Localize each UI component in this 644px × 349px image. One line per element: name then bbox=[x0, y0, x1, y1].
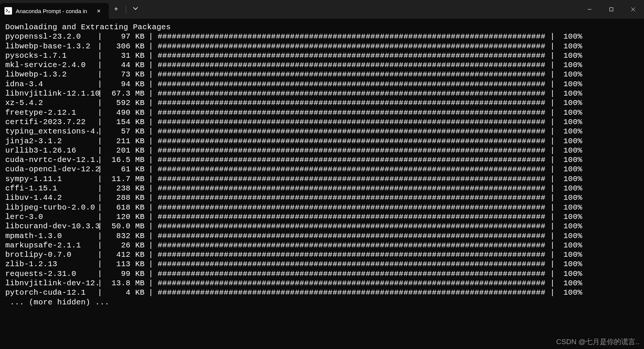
tab-anaconda-prompt[interactable]: Anaconda Prompt - conda in ✕ bbox=[0, 3, 109, 19]
progress-percent: 100% bbox=[559, 32, 582, 41]
package-name: sympy-1.11.1 bbox=[5, 174, 98, 184]
separator: | bbox=[545, 288, 559, 297]
separator: | bbox=[144, 32, 158, 41]
progress-bar: ########################################… bbox=[158, 108, 545, 117]
separator: | bbox=[98, 212, 107, 222]
package-name: urllib3-1.26.16 bbox=[5, 146, 98, 155]
package-row: libjpeg-turbo-2.0.0 | 618 KB | #########… bbox=[5, 203, 639, 212]
separator: | bbox=[98, 51, 107, 60]
terminal-output[interactable]: Downloading and Extracting Packages pyop… bbox=[0, 19, 644, 311]
minimize-button[interactable] bbox=[579, 0, 600, 19]
package-size: 13.8 MB bbox=[107, 279, 144, 288]
package-name: libjpeg-turbo-2.0.0 bbox=[5, 203, 98, 212]
progress-bar: ########################################… bbox=[158, 288, 545, 297]
progress-percent: 100% bbox=[559, 51, 582, 60]
package-name: xz-5.4.2 bbox=[5, 98, 98, 108]
progress-percent: 100% bbox=[559, 155, 582, 165]
package-size: 4 KB bbox=[107, 288, 144, 297]
progress-percent: 100% bbox=[559, 146, 582, 155]
separator: | bbox=[144, 203, 158, 212]
separator: | bbox=[545, 279, 559, 288]
tab-title: Anaconda Prompt - conda in bbox=[16, 8, 92, 14]
package-name: libuv-1.44.2 bbox=[5, 193, 98, 202]
package-size: 306 KB bbox=[107, 42, 144, 51]
package-name: cuda-opencl-dev-12.2 bbox=[5, 165, 98, 174]
progress-percent: 100% bbox=[559, 89, 582, 98]
separator: | bbox=[545, 146, 559, 155]
package-size: 832 KB bbox=[107, 231, 144, 241]
separator: | bbox=[545, 259, 559, 269]
package-row: zlib-1.2.13 | 113 KB | #################… bbox=[5, 259, 639, 269]
separator: | bbox=[98, 165, 107, 174]
package-row: libcurand-dev-10.3.3| 50.0 MB | ########… bbox=[5, 222, 639, 231]
separator: | bbox=[98, 250, 107, 259]
separator: | bbox=[545, 184, 559, 193]
package-size: 211 KB bbox=[107, 136, 144, 146]
package-row: xz-5.4.2 | 592 KB | ####################… bbox=[5, 98, 639, 108]
package-size: 11.7 MB bbox=[107, 174, 144, 184]
package-size: 592 KB bbox=[107, 98, 144, 108]
separator: | bbox=[98, 269, 107, 279]
progress-bar: ########################################… bbox=[158, 70, 545, 79]
progress-bar: ########################################… bbox=[158, 193, 545, 202]
separator: | bbox=[144, 136, 158, 146]
package-name: cffi-1.15.1 bbox=[5, 184, 98, 193]
progress-bar: ########################################… bbox=[158, 222, 545, 231]
watermark: CSDN @七月是你的谎言.. bbox=[556, 337, 639, 347]
close-icon[interactable]: ✕ bbox=[95, 6, 103, 16]
more-hidden-line: ... (more hidden) ... bbox=[5, 298, 639, 307]
progress-percent: 100% bbox=[559, 108, 582, 117]
package-row: jinja2-3.1.2 | 211 KB | ################… bbox=[5, 136, 639, 146]
separator: | bbox=[545, 127, 559, 136]
separator: | bbox=[545, 79, 559, 89]
window-controls bbox=[579, 0, 644, 19]
package-size: 31 KB bbox=[107, 51, 144, 60]
separator: | bbox=[545, 174, 559, 184]
package-row: urllib3-1.26.16 | 201 KB | #############… bbox=[5, 146, 639, 155]
progress-bar: ########################################… bbox=[158, 146, 545, 155]
progress-bar: ########################################… bbox=[158, 60, 545, 70]
package-row: pysocks-1.7.1 | 31 KB | ################… bbox=[5, 51, 639, 60]
package-size: 201 KB bbox=[107, 146, 144, 155]
package-name: zlib-1.2.13 bbox=[5, 259, 98, 269]
package-row: typing_extensions-4.| 57 KB | ##########… bbox=[5, 127, 639, 136]
package-name: freetype-2.12.1 bbox=[5, 108, 98, 117]
package-name: typing_extensions-4. bbox=[5, 127, 98, 136]
separator: | bbox=[144, 70, 158, 79]
package-row: libuv-1.44.2 | 288 KB | ################… bbox=[5, 193, 639, 202]
separator: | bbox=[545, 212, 559, 222]
separator: | bbox=[144, 79, 158, 89]
progress-percent: 100% bbox=[559, 279, 582, 288]
maximize-button[interactable] bbox=[600, 0, 622, 19]
divider bbox=[126, 5, 126, 13]
package-name: mpmath-1.3.0 bbox=[5, 231, 98, 241]
package-size: 44 KB bbox=[107, 60, 144, 70]
separator: | bbox=[144, 89, 158, 98]
progress-bar: ########################################… bbox=[158, 203, 545, 212]
separator: | bbox=[98, 174, 107, 184]
progress-percent: 100% bbox=[559, 241, 582, 250]
new-tab-button[interactable]: + bbox=[109, 6, 123, 13]
separator: | bbox=[144, 165, 158, 174]
separator: | bbox=[545, 51, 559, 60]
package-size: 57 KB bbox=[107, 127, 144, 136]
progress-bar: ########################################… bbox=[158, 51, 545, 60]
progress-bar: ########################################… bbox=[158, 117, 545, 127]
package-row: sympy-1.11.1 | 11.7 MB | ###############… bbox=[5, 174, 639, 184]
tab-dropdown-button[interactable] bbox=[128, 6, 143, 13]
progress-percent: 100% bbox=[559, 184, 582, 193]
separator: | bbox=[144, 42, 158, 51]
separator: | bbox=[545, 231, 559, 241]
separator: | bbox=[545, 42, 559, 51]
close-button[interactable] bbox=[622, 0, 644, 19]
separator: | bbox=[144, 108, 158, 117]
progress-percent: 100% bbox=[559, 165, 582, 174]
progress-percent: 100% bbox=[559, 231, 582, 241]
progress-percent: 100% bbox=[559, 212, 582, 222]
progress-percent: 100% bbox=[559, 203, 582, 212]
package-row: libnvjitlink-dev-12.| 13.8 MB | ########… bbox=[5, 279, 639, 288]
progress-percent: 100% bbox=[559, 98, 582, 108]
separator: | bbox=[98, 79, 107, 89]
progress-percent: 100% bbox=[559, 250, 582, 259]
package-name: pyopenssl-23.2.0 bbox=[5, 32, 98, 41]
